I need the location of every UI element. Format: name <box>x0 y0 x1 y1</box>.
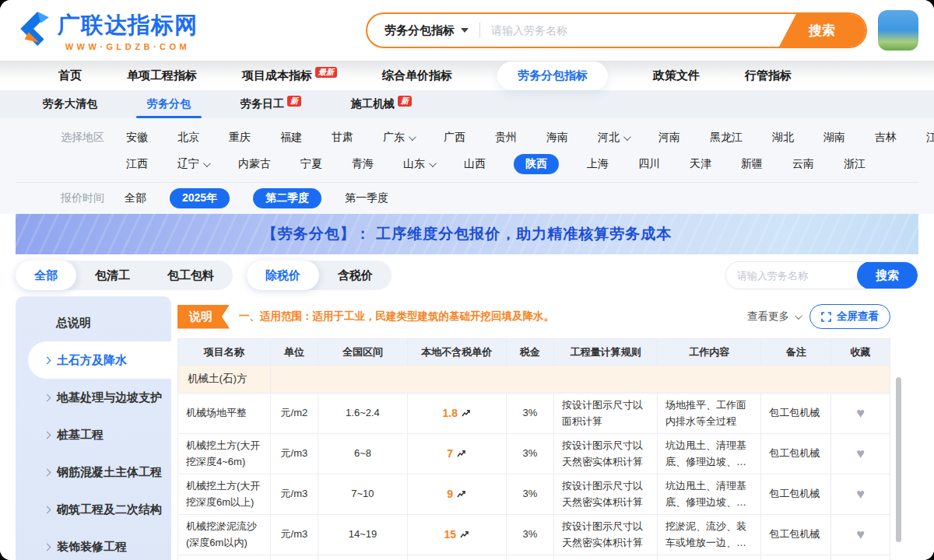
nav-item-policy-documents[interactable]: 政策文件 <box>653 68 700 83</box>
region-xinjiang[interactable]: 新疆 <box>739 155 764 173</box>
main-search-bar: 劳务分包指标 搜索 <box>366 12 867 48</box>
scope-labor-material[interactable]: 包工包料 <box>149 261 233 290</box>
tab-construction-machinery[interactable]: 施工机械新 <box>351 90 412 118</box>
col-favorite: 收藏 <box>831 339 890 366</box>
main-nav: 首页 单项工程指标 项目成本指标最新 综合单价指标 劳务分包指标 政策文件 行管… <box>0 61 934 90</box>
region-heilongjiang[interactable]: 黑龙江 <box>708 128 744 147</box>
sidebar-item-general-notes[interactable]: 总说明 <box>16 304 171 341</box>
chevron-right-icon <box>44 468 51 476</box>
favorite-icon[interactable]: ♥ <box>856 446 865 461</box>
table-scrollbar[interactable] <box>896 377 901 542</box>
sidebar-item-earthwork-dewatering[interactable]: 土石方及降水 <box>28 341 171 379</box>
region-neimenggu[interactable]: 内蒙古 <box>237 155 272 173</box>
quote-time-label: 报价时间 <box>61 191 125 205</box>
region-zhejiang[interactable]: 浙江 <box>842 155 867 173</box>
time-all[interactable]: 全部 <box>125 191 146 205</box>
region-ningxia[interactable]: 宁夏 <box>299 155 324 173</box>
favorite-icon[interactable]: ♥ <box>856 527 865 542</box>
sidebar-item-reinforced-concrete[interactable]: 钢筋混凝土主体工程 <box>16 453 171 491</box>
region-gansu[interactable]: 甘肃 <box>330 128 355 147</box>
notice-row: 说明 一、适用范围：适用于工业，民建类型建筑的基础开挖回填及降水。 查看更多 全… <box>177 304 890 329</box>
region-guangdong[interactable]: 广东 <box>381 128 416 147</box>
chevron-right-icon <box>44 356 51 364</box>
nav-item-project-cost-index[interactable]: 项目成本指标最新 <box>242 68 337 83</box>
site-title: 广联达指标网 <box>58 12 198 37</box>
region-label: 选择地区 <box>61 131 125 145</box>
region-shanghai[interactable]: 上海 <box>585 155 610 173</box>
region-tianjin[interactable]: 天津 <box>688 155 713 173</box>
region-guangxi[interactable]: 广西 <box>442 128 467 147</box>
scope-all[interactable]: 全部 <box>16 261 76 290</box>
time-q1[interactable]: 第一季度 <box>345 191 388 205</box>
region-guizhou[interactable]: 贵州 <box>493 128 518 147</box>
nav-item-composite-price-index[interactable]: 综合单价指标 <box>382 68 452 83</box>
list-filter-row: 全部 包清工 包工包料 除税价 含税价 搜索 <box>0 254 934 296</box>
main-search-input[interactable] <box>480 24 778 37</box>
sidebar-item-decoration[interactable]: 装饰装修工程 <box>16 528 171 560</box>
trend-up-icon <box>457 449 466 458</box>
region-hebei[interactable]: 河北 <box>596 128 630 147</box>
sidebar-item-masonry-secondary[interactable]: 砌筑工程及二次结构 <box>16 491 171 528</box>
col-national-range: 全国区间 <box>318 339 408 366</box>
banner-text: 【劳务分包】： 工序维度分包报价，助力精准核算劳务成本 <box>262 224 672 244</box>
region-beijing[interactable]: 北京 <box>176 128 201 147</box>
favorite-icon[interactable]: ♥ <box>856 405 865 421</box>
fullscreen-button[interactable]: 全屏查看 <box>809 304 890 329</box>
col-tax: 税金 <box>506 339 553 366</box>
chevron-down-icon <box>409 133 416 141</box>
region-sichuan[interactable]: 四川 <box>637 155 662 173</box>
favorite-icon[interactable]: ♥ <box>856 486 865 502</box>
region-jiangsu[interactable]: 江苏 <box>925 128 934 147</box>
region-fujian[interactable]: 福建 <box>279 128 304 147</box>
new-badge: 新 <box>398 96 412 107</box>
col-unit: 单位 <box>270 339 318 366</box>
region-qinghai[interactable]: 青海 <box>350 155 375 173</box>
chevron-right-icon <box>44 394 51 401</box>
region-henan[interactable]: 河南 <box>657 128 682 147</box>
tab-labor-subcontract[interactable]: 劳务分包 <box>147 90 191 118</box>
region-liaoning[interactable]: 辽宁 <box>176 155 210 173</box>
nav-item-home[interactable]: 首页 <box>58 68 82 83</box>
region-chongqing[interactable]: 重庆 <box>227 128 252 147</box>
nav-item-labor-subcontract-index[interactable]: 劳务分包指标 <box>497 61 608 90</box>
region-shanxi[interactable]: 山西 <box>462 155 487 173</box>
tax-included[interactable]: 含税价 <box>319 261 392 290</box>
chevron-right-icon <box>44 431 51 439</box>
scope-labor-only[interactable]: 包清工 <box>76 261 149 290</box>
region-jilin[interactable]: 吉林 <box>873 128 898 147</box>
notice-text: 一、适用范围：适用于工业，民建类型建筑的基础开挖回填及降水。 <box>239 310 738 324</box>
tab-labor-daily-wage[interactable]: 劳务日工新 <box>241 90 301 118</box>
tax-excluded[interactable]: 除税价 <box>247 261 319 290</box>
region-hunan[interactable]: 湖南 <box>822 128 847 147</box>
list-search-input[interactable] <box>726 270 857 282</box>
region-hainan[interactable]: 海南 <box>545 128 570 147</box>
search-category-label: 劳务分包指标 <box>384 23 455 38</box>
col-project-name: 项目名称 <box>178 339 271 366</box>
content-area: 总说明 土石方及降水 地基处理与边坡支护 桩基工程 钢筋混凝土主体工程 砌筑工程… <box>0 296 934 560</box>
time-q2[interactable]: 第二季度 <box>253 188 321 208</box>
region-yunnan[interactable]: 云南 <box>791 155 816 173</box>
tab-labor-full-package[interactable]: 劳务大清包 <box>43 90 97 118</box>
search-category-dropdown[interactable]: 劳务分包指标 <box>367 23 479 38</box>
sidebar-item-foundation-slope[interactable]: 地基处理与边坡支护 <box>16 379 171 416</box>
region-row-1: 选择地区 安徽 北京 重庆 福建 甘肃 广东 广西 贵州 海南 河北 河南 黑龙… <box>0 124 934 151</box>
avatar[interactable] <box>878 10 918 51</box>
region-hubei[interactable]: 湖北 <box>771 128 795 147</box>
sub-nav: 劳务大清包 劳务分包 劳务日工新 施工机械新 <box>0 90 934 118</box>
region-jiangxi[interactable]: 江西 <box>125 155 149 173</box>
nav-item-single-project-index[interactable]: 单项工程指标 <box>127 68 197 83</box>
scope-segment: 全部 包清工 包工包料 <box>16 261 233 290</box>
main-search-button[interactable]: 搜索 <box>778 12 866 48</box>
sidebar-item-pile-foundation[interactable]: 桩基工程 <box>16 416 171 453</box>
chevron-down-icon <box>623 133 631 141</box>
list-search-button[interactable]: 搜索 <box>857 261 918 289</box>
chevron-down-icon <box>429 159 437 167</box>
logo-icon <box>16 11 51 50</box>
nav-item-industry-index[interactable]: 行管指标 <box>745 68 792 83</box>
view-more-link[interactable]: 查看更多 <box>747 310 800 324</box>
site-logo[interactable]: 广联达指标网 WWW·GLDZB·COM <box>16 10 210 51</box>
region-shaanxi-selected[interactable]: 陕西 <box>514 154 559 174</box>
region-anhui[interactable]: 安徽 <box>125 128 149 147</box>
region-shandong[interactable]: 山东 <box>402 155 436 173</box>
time-2025[interactable]: 2025年 <box>170 188 230 208</box>
